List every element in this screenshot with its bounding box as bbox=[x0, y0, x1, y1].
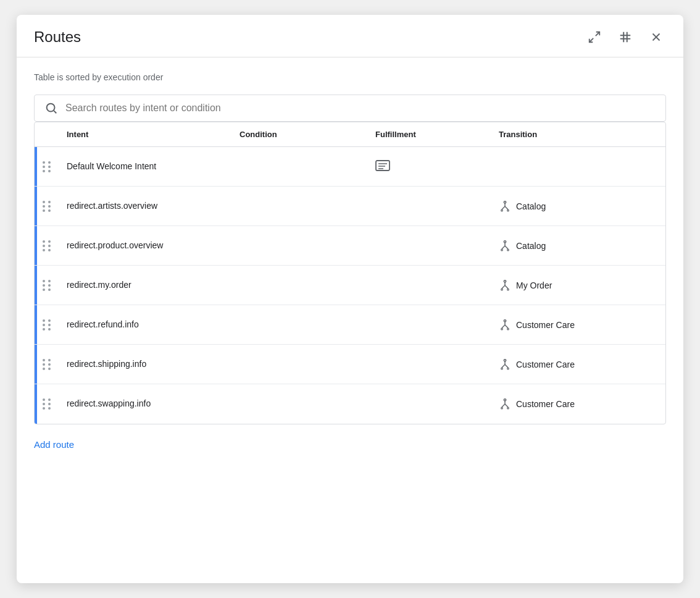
header-icons bbox=[585, 27, 666, 47]
table-row[interactable]: Default Welcome Intent bbox=[35, 147, 665, 187]
drag-dot bbox=[43, 359, 45, 361]
expand-icon bbox=[588, 30, 601, 44]
dialog-body: Table is sorted by execution order Inten… bbox=[17, 57, 683, 583]
add-route-button[interactable]: Add route bbox=[34, 437, 666, 452]
fulfillment-cell bbox=[368, 318, 491, 332]
drag-dot bbox=[43, 284, 45, 287]
drag-dot bbox=[48, 403, 51, 405]
expand-button[interactable] bbox=[585, 27, 604, 47]
svg-line-16 bbox=[502, 206, 505, 209]
table-row[interactable]: redirect.swapping.info Customer Care bbox=[35, 384, 665, 424]
drag-dot bbox=[43, 249, 45, 251]
fork-icon bbox=[499, 279, 511, 292]
message-icon bbox=[375, 160, 390, 174]
drag-dot bbox=[48, 161, 51, 164]
condition-cell bbox=[232, 159, 368, 174]
fulfillment-cell bbox=[368, 153, 491, 181]
svg-point-25 bbox=[507, 249, 509, 251]
row-left-bar bbox=[35, 345, 37, 384]
table-row[interactable]: redirect.shipping.info Customer Care bbox=[35, 345, 665, 384]
drag-dot bbox=[48, 201, 51, 203]
drag-dot bbox=[43, 280, 45, 282]
svg-line-29 bbox=[505, 285, 508, 288]
drag-dot bbox=[43, 403, 45, 405]
svg-line-28 bbox=[502, 285, 505, 288]
drag-handle[interactable] bbox=[35, 398, 59, 410]
fulfillment-cell bbox=[368, 238, 491, 253]
row-left-bar bbox=[35, 187, 37, 225]
routes-table: Intent Condition Fulfillment Transition bbox=[34, 122, 666, 424]
drag-dot bbox=[43, 398, 45, 401]
col-condition: Condition bbox=[232, 130, 368, 139]
drag-dots bbox=[43, 319, 51, 331]
sort-info: Table is sorted by execution order bbox=[34, 72, 666, 82]
intent-cell: redirect.shipping.info bbox=[59, 351, 232, 378]
table-row[interactable]: redirect.refund.info Customer Care bbox=[35, 305, 665, 345]
routes-dialog: Routes bbox=[17, 15, 683, 583]
transition-label: Catalog bbox=[516, 241, 546, 251]
table-row[interactable]: redirect.product.overview Catalog bbox=[35, 226, 665, 266]
drag-dot bbox=[48, 359, 51, 361]
fulfillment-cell bbox=[368, 397, 491, 411]
drag-handle[interactable] bbox=[35, 201, 59, 212]
drag-dot bbox=[48, 245, 51, 247]
intent-cell: Default Welcome Intent bbox=[59, 153, 232, 180]
drag-handle[interactable] bbox=[35, 359, 59, 370]
svg-line-41 bbox=[505, 364, 508, 368]
drag-dot bbox=[43, 363, 45, 366]
drag-dot bbox=[43, 407, 45, 410]
drag-dot bbox=[48, 205, 51, 208]
intent-cell: redirect.refund.info bbox=[59, 311, 232, 339]
dialog-title: Routes bbox=[34, 28, 81, 46]
drag-dot bbox=[43, 324, 45, 326]
col-fulfillment: Fulfillment bbox=[368, 130, 491, 139]
close-button[interactable] bbox=[646, 27, 666, 47]
drag-dot bbox=[43, 328, 45, 331]
condition-cell bbox=[232, 397, 368, 411]
intent-cell: redirect.artists.overview bbox=[59, 193, 232, 220]
intent-cell: redirect.product.overview bbox=[59, 232, 232, 259]
search-input[interactable] bbox=[65, 103, 656, 114]
drag-handle[interactable] bbox=[35, 161, 59, 172]
grid-icon bbox=[619, 30, 632, 44]
transition-cell: Customer Care bbox=[491, 390, 665, 418]
svg-line-35 bbox=[505, 325, 508, 328]
drag-dot bbox=[43, 368, 45, 370]
drag-dots bbox=[43, 280, 51, 291]
close-icon bbox=[649, 30, 663, 44]
col-intent: Intent bbox=[59, 130, 232, 139]
svg-point-32 bbox=[504, 319, 506, 321]
grid-button[interactable] bbox=[615, 27, 635, 47]
svg-line-46 bbox=[502, 404, 505, 407]
fork-icon bbox=[499, 200, 511, 213]
transition-cell: Catalog bbox=[491, 193, 665, 220]
drag-dot bbox=[43, 205, 45, 208]
search-bar bbox=[34, 95, 666, 122]
table-header: Intent Condition Fulfillment Transition bbox=[35, 122, 665, 147]
svg-line-1 bbox=[590, 38, 593, 42]
transition-cell: Customer Care bbox=[491, 351, 665, 378]
drag-dot bbox=[48, 328, 51, 331]
drag-handle[interactable] bbox=[35, 319, 59, 331]
drag-dots bbox=[43, 240, 51, 251]
fulfillment-cell bbox=[368, 357, 491, 372]
row-left-bar bbox=[35, 266, 37, 305]
svg-point-42 bbox=[501, 368, 503, 369]
svg-line-9 bbox=[54, 111, 56, 113]
svg-point-19 bbox=[507, 209, 509, 211]
table-row[interactable]: redirect.my.order My Order bbox=[35, 266, 665, 305]
drag-dot bbox=[48, 288, 51, 291]
drag-dot bbox=[48, 166, 51, 168]
table-row[interactable]: redirect.artists.overview Catalog bbox=[35, 187, 665, 226]
drag-handle[interactable] bbox=[35, 240, 59, 251]
condition-cell bbox=[232, 278, 368, 293]
fork-icon bbox=[499, 398, 511, 410]
svg-line-17 bbox=[505, 206, 508, 209]
drag-handle[interactable] bbox=[35, 280, 59, 291]
drag-dot bbox=[43, 209, 45, 212]
svg-point-44 bbox=[504, 399, 506, 401]
drag-dot bbox=[43, 161, 45, 164]
transition-label: Catalog bbox=[516, 201, 546, 211]
col-drag bbox=[35, 130, 59, 139]
drag-dot bbox=[48, 407, 51, 410]
